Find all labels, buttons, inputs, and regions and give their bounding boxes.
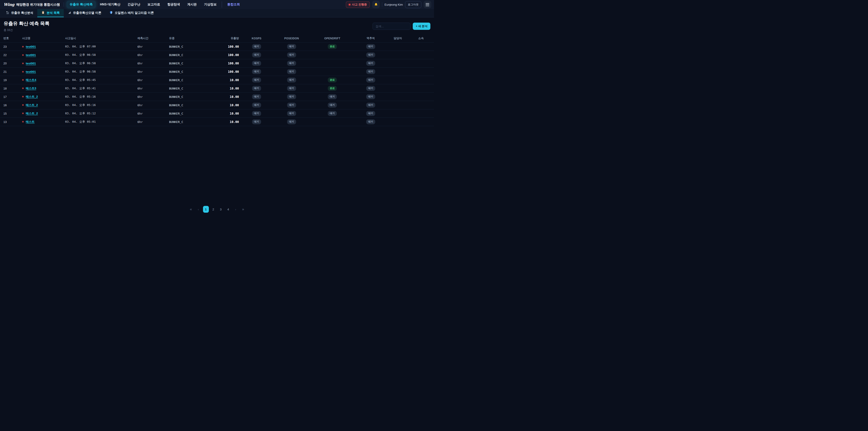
tab-spill-analysis[interactable]: 유출유 확산분석 <box>2 9 37 17</box>
nav-item-board[interactable]: 게시판 <box>184 1 200 8</box>
manager-cell <box>388 93 408 101</box>
pagination-page-4[interactable]: 4 <box>225 206 231 213</box>
kosps-status-cell: 대기 <box>241 101 272 110</box>
manager-cell <box>388 118 408 126</box>
incident-datetime: 03. 04. 오후 05:12 <box>63 110 135 118</box>
manager-cell <box>388 84 408 93</box>
spill-amount: 10.00 <box>210 101 241 110</box>
backtrack-status-cell: 대기 <box>354 59 388 68</box>
incident-dot-icon <box>22 113 24 114</box>
incident-name-link[interactable]: 테스트3 <box>26 87 36 90</box>
nav-item-integrated-search[interactable]: 통합조회 <box>224 1 243 8</box>
oil-type: BUNKER_C <box>167 118 210 126</box>
column-header-6: 유출량 <box>210 34 241 42</box>
column-header-9: OPENDRIFT <box>311 34 354 42</box>
row-number: 19 <box>0 76 20 84</box>
org-cell <box>408 110 434 118</box>
org-cell <box>408 93 434 101</box>
logout-button[interactable]: 로그아웃 <box>405 1 421 8</box>
incident-name-cell: test001 <box>20 42 63 51</box>
table-header-row: 번호사고명사고일시예측시간유종유출량KOSPSPOSEIDONOPENDRIFT… <box>0 34 434 42</box>
pagination-first-button[interactable]: « <box>188 206 194 213</box>
row-number: 20 <box>0 59 20 68</box>
pagination-page-2[interactable]: 2 <box>211 206 216 213</box>
oil-type: BUNKER_C <box>167 110 210 118</box>
kosps-status-cell: 대기 <box>241 68 272 76</box>
incident-name-link[interactable]: test001 <box>26 70 36 73</box>
prediction-duration: 6hr <box>135 68 167 76</box>
kosps-status-cell: 대기 <box>241 110 272 118</box>
clipboard-icon <box>41 11 45 14</box>
poseidon-status-cell: 대기 <box>272 76 311 84</box>
backtrack-status-cell: 대기 <box>354 51 388 59</box>
nav-item-hns-air-diffusion[interactable]: HNS·대기확산 <box>97 1 123 8</box>
table-row: 16 테스트_2 03. 04. 오후 05:16 6hr BUNKER_C 1… <box>0 101 434 110</box>
incident-dot-icon <box>349 4 350 5</box>
pagination-page-3[interactable]: 3 <box>218 206 224 213</box>
tab-analysis-list[interactable]: 분석 목록 <box>37 9 64 17</box>
nav-item-weather-info[interactable]: 기상정보 <box>201 1 220 8</box>
tab-oil-fence-algorithm-theory[interactable]: 오일펜스 배치 알고리즘 이론 <box>105 9 158 17</box>
nav-item-aerial-search[interactable]: 항공탐색 <box>164 1 183 8</box>
kosps-status-cell: 대기 <box>241 51 272 59</box>
status-badge: 대기 <box>366 78 375 83</box>
manager-cell <box>388 42 408 51</box>
incident-name-cell: 테스트 <box>20 118 63 126</box>
logo-wing-icon: Wing <box>4 2 14 7</box>
incident-in-progress-badge[interactable]: 사고 진행중 <box>346 1 370 8</box>
pagination-next-button[interactable]: › <box>233 206 239 213</box>
search-input[interactable] <box>373 23 410 30</box>
pagination: « ‹ 1234 › » <box>0 206 434 213</box>
tab-diffusion-model-theory[interactable]: 유출유확산모델 이론 <box>64 9 105 17</box>
incident-name-link[interactable]: 테스트_2 <box>26 95 38 98</box>
column-header-11: 담당자 <box>388 34 408 42</box>
total-count: 총 33건 <box>4 28 50 32</box>
notification-bell-button[interactable] <box>372 1 380 8</box>
main-nav: 유출유 확산예측HNS·대기확산긴급구난보고자료항공탐색게시판기상정보통합조회 <box>66 1 343 8</box>
prediction-duration: 6hr <box>135 84 167 93</box>
pagination-last-button[interactable]: » <box>240 206 246 213</box>
org-cell <box>408 118 434 126</box>
backtrack-status-cell: 대기 <box>354 118 388 126</box>
oil-type: BUNKER_C <box>167 42 210 51</box>
row-number: 18 <box>0 84 20 93</box>
incident-name-cell: 테스트_2 <box>20 101 63 110</box>
incident-name-link[interactable]: test001 <box>26 62 36 65</box>
status-badge: 대기 <box>252 102 261 107</box>
column-header-1: 번호 <box>0 34 20 42</box>
nav-divider <box>222 1 222 8</box>
menu-button[interactable] <box>424 1 431 8</box>
table-row: 13 테스트 03. 04. 오후 05:01 6hr BUNKER_C 10.… <box>0 118 434 126</box>
new-analysis-button[interactable]: + 새 분석 <box>413 23 430 30</box>
opendrift-status-cell: 완료 <box>311 76 354 84</box>
status-badge: 대기 <box>328 111 337 116</box>
spill-amount: 100.00 <box>210 51 241 59</box>
row-number: 16 <box>0 101 20 110</box>
incident-name-link[interactable]: 테스트4 <box>26 78 36 82</box>
status-badge: 대기 <box>287 69 296 74</box>
table-row: 22 test001 03. 04. 오후 06:58 6hr BUNKER_C… <box>0 51 434 59</box>
incident-name-link[interactable]: 테스트_2 <box>26 103 38 107</box>
backtrack-status-cell: 대기 <box>354 68 388 76</box>
nav-item-reports[interactable]: 보고자료 <box>144 1 163 8</box>
prediction-duration: 6hr <box>135 110 167 118</box>
incident-dot-icon <box>22 79 24 81</box>
nav-item-emergency-rescue[interactable]: 긴급구난 <box>124 1 143 8</box>
backtrack-status-cell: 대기 <box>354 76 388 84</box>
incident-dot-icon <box>22 71 24 72</box>
incident-name-link[interactable]: test001 <box>26 53 36 57</box>
status-badge: 대기 <box>366 119 375 124</box>
status-badge: 대기 <box>287 102 296 107</box>
incident-name-link[interactable]: 테스트_2 <box>26 112 38 115</box>
incident-name-link[interactable]: test001 <box>26 45 36 49</box>
pagination-page-1[interactable]: 1 <box>203 206 209 213</box>
page-head: 유출유 확산 예측 목록 총 33건 + 새 분석 <box>0 18 434 34</box>
table-row: 15 테스트_2 03. 04. 오후 05:12 6hr BUNKER_C 1… <box>0 110 434 118</box>
pagination-prev-button[interactable]: ‹ <box>195 206 202 213</box>
status-badge: 대기 <box>287 78 296 83</box>
status-badge: 대기 <box>252 69 261 74</box>
incident-name-link[interactable]: 테스트 <box>26 120 35 123</box>
poseidon-status-cell: 대기 <box>272 84 311 93</box>
row-number: 15 <box>0 110 20 118</box>
nav-item-oil-spill-prediction[interactable]: 유출유 확산예측 <box>66 1 96 8</box>
